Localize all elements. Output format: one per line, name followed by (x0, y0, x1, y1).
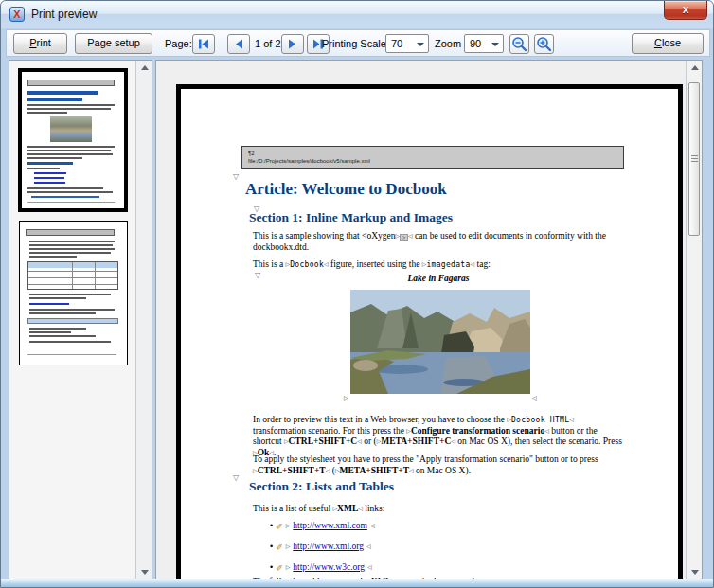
scroll-down-button[interactable] (687, 565, 703, 579)
triangle-up-icon (141, 65, 149, 70)
triangle-down-icon (691, 570, 699, 575)
previous-page-button[interactable] (227, 34, 250, 54)
chevron-down-icon (417, 43, 424, 46)
thumb-footer-rule (27, 354, 116, 355)
intro-text: links: (363, 504, 385, 513)
page-label: Page: (165, 38, 192, 49)
p4-bold: META+SHIFT+T (340, 466, 409, 475)
link-pencil-icon: ✎ (276, 521, 283, 530)
app-icon-letter: X (13, 9, 20, 20)
thumb-text-line (29, 241, 115, 242)
thumb-link-line (34, 177, 64, 179)
lake-figure-image (350, 290, 530, 394)
section-2-title: Section 2: Lists and Tables (249, 479, 394, 494)
thumb-link-line (34, 182, 65, 184)
oxygen-app-icon: X (9, 7, 25, 22)
scrollbar-thumb[interactable] (688, 82, 700, 236)
thumb-text-line (27, 112, 67, 114)
close-label-key: C (654, 37, 662, 48)
section-1-title: Section 1: Inline Markup and Images (249, 210, 453, 225)
link-pencil-icon: ✎ (276, 562, 283, 572)
thumb-table-header (27, 318, 118, 324)
link-pencil-icon: ✎ (276, 542, 283, 551)
page-thumbnail-2[interactable] (19, 221, 128, 365)
preview-scrollbar[interactable] (686, 61, 702, 579)
page-thumbnail-1-selected[interactable] (18, 68, 128, 212)
chevron-down-icon (491, 43, 499, 46)
scroll-up-button[interactable] (136, 61, 152, 74)
print-preview-dialog: X Print preview x Print Page setup Page:… (0, 0, 714, 588)
thumb-text-line (29, 297, 86, 299)
thumb-text-line (27, 153, 113, 155)
close-icon: x (683, 3, 689, 16)
thumbnail-scrollbar[interactable] (135, 61, 152, 579)
thumb-text-line (27, 191, 113, 193)
thumb-text-line (29, 252, 111, 254)
element-close-icon: ◁ (569, 417, 574, 422)
printing-scale-select[interactable]: 70 (385, 34, 429, 53)
thumb-table-rule (72, 262, 73, 289)
page-setup-label-pre: Pa (87, 37, 99, 48)
thumb-note-line (31, 196, 99, 198)
zoom-select[interactable]: 90 (464, 34, 504, 53)
list-item: • ✎ ▷ http://www.xml.com ◁ (270, 520, 375, 530)
list-item: • ✎ ▷ http://www.xml.org ◁ (270, 541, 371, 551)
thumb-text-line (29, 335, 96, 337)
element-close-icon: ◁ (366, 543, 371, 549)
link-w3c-org: http://www.w3c.org (293, 562, 365, 572)
thumb-text-line (29, 244, 113, 246)
thumb-text-line (29, 256, 77, 258)
zoom-value: 90 (470, 38, 481, 49)
thumb-figure-image (50, 116, 92, 142)
triangle-down-icon (141, 570, 149, 575)
bullet-icon: • (270, 562, 273, 572)
p4-bold: CTRL+SHIFT+T (258, 466, 326, 475)
thumb-text-line (27, 150, 111, 151)
preview-panel: ¶2 file:/D:/Projects/samples/docbook/v5/… (155, 60, 703, 579)
p3-code: Docbook HTML (511, 416, 569, 424)
paragraph-2: This is a ▷Docbook◁ figure, inserted usi… (253, 259, 624, 271)
thumb-section-line (27, 98, 82, 101)
lake-photo (350, 290, 530, 394)
list-intro: This is a list of useful ▷XML◁ links: (253, 504, 624, 515)
triangle-up-icon (691, 65, 699, 70)
thumb-text-line (29, 312, 96, 314)
figure-caption: Lake in Fagaras (253, 274, 624, 283)
element-open-icon: ▷ (286, 563, 291, 570)
fold-marker-icon: ▽ (233, 173, 239, 181)
thumb-header-bar (26, 229, 115, 236)
close-label-post: lose (662, 37, 681, 48)
intro-bold: XML (337, 504, 358, 513)
thumb-link-line (29, 303, 69, 305)
p3-bold: META+SHIFT+C (381, 437, 451, 446)
bullet-icon: • (270, 542, 273, 551)
print-button[interactable]: Print (13, 33, 67, 54)
p3-text: on Mac OS X), then select the scenario. … (455, 437, 622, 446)
print-label-post: rint (37, 37, 51, 48)
next-page-button[interactable] (281, 34, 304, 54)
link-xml-org: http://www.xml.org (293, 542, 364, 551)
scroll-up-button[interactable] (687, 61, 703, 74)
zoom-out-icon (511, 36, 527, 52)
p2-text: This is a (253, 259, 286, 269)
zoom-in-button[interactable] (534, 34, 554, 54)
window-close-button[interactable]: x (664, 1, 707, 20)
page-setup-button[interactable]: Page setup (75, 33, 152, 54)
thumb-section-line (27, 162, 73, 165)
first-page-button[interactable] (192, 34, 215, 54)
p1-text: This is a sample showing that <oXygen (253, 231, 395, 241)
title-bar: X Print preview x (1, 1, 713, 28)
close-button[interactable]: Close (632, 33, 704, 54)
element-open-icon: ▷ (344, 394, 348, 401)
fold-marker-icon: ▽ (233, 474, 239, 482)
p2-text: figure, inserted using the (329, 259, 422, 269)
p3-text: In order to preview this text in a Web b… (253, 415, 507, 424)
toolbar: Print Page setup Page: 1 of 2 Printing S… (6, 29, 710, 57)
list-item: • ✎ ▷ http://www.w3c.org ◁ (270, 561, 372, 572)
p3-text: or ( (362, 437, 377, 446)
thumb-footer-rule (27, 202, 115, 203)
zoom-out-button[interactable] (509, 34, 529, 54)
thumb-text-line (29, 328, 86, 330)
printing-scale-value: 70 (391, 38, 402, 49)
scroll-down-button[interactable] (136, 565, 152, 579)
